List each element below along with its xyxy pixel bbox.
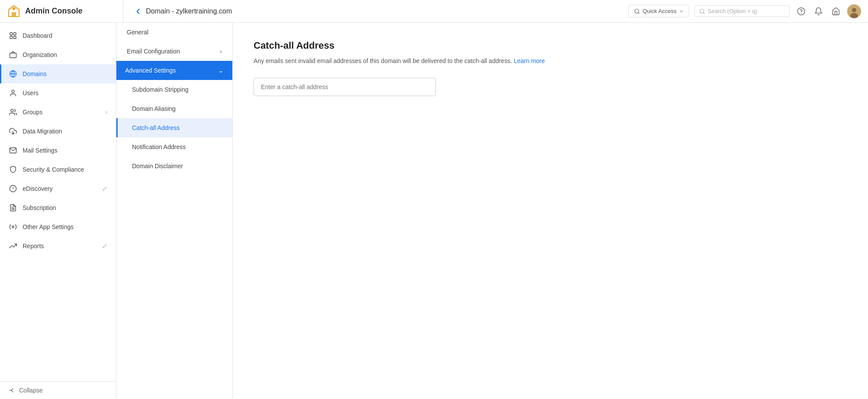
svg-point-19 <box>11 109 13 112</box>
home-icon <box>832 7 840 16</box>
users-icon <box>9 89 17 97</box>
sidebar-item-users[interactable]: Users <box>0 83 116 103</box>
sec-nav-notification-address[interactable]: Notification Address <box>116 137 232 156</box>
sidebar-nav: Dashboard Organization <box>0 23 116 381</box>
sidebar-label-domains: Domains <box>23 70 107 77</box>
search-icon <box>634 8 640 14</box>
catch-all-input[interactable] <box>254 78 436 96</box>
sec-nav-domain-aliasing-label: Domain Aliasing <box>132 105 175 112</box>
organization-icon <box>9 50 17 59</box>
help-icon <box>797 7 805 16</box>
advanced-settings-arrow-icon: ⌄ <box>218 67 224 74</box>
back-button[interactable] <box>134 7 142 16</box>
data-migration-icon <box>9 127 17 136</box>
sidebar-label-reports: Reports <box>23 243 97 249</box>
subscription-icon <box>9 203 17 212</box>
page-description: Any emails sent invalid email addresses … <box>254 57 847 66</box>
svg-point-1 <box>13 7 15 10</box>
search-placeholder: Search (Option + q) <box>708 8 757 14</box>
svg-point-6 <box>798 7 805 15</box>
top-header: Admin Console Domain - zylkertraining.co… <box>0 0 868 23</box>
search-box[interactable]: Search (Option + q) <box>694 5 790 17</box>
dashboard-icon <box>9 31 17 40</box>
logo-area: Admin Console <box>7 0 123 22</box>
sec-nav-general-label: General <box>127 29 149 36</box>
sec-nav-advanced-settings-label: Advanced Settings <box>125 67 176 74</box>
notifications-button[interactable] <box>812 5 825 17</box>
sec-nav-domain-disclaimer-label: Domain Disclaimer <box>132 163 183 170</box>
sec-nav-catch-all[interactable]: Catch-all Address <box>116 118 232 137</box>
search-icon <box>699 8 705 14</box>
sec-nav-domain-disclaimer[interactable]: Domain Disclaimer <box>116 156 232 176</box>
sidebar-label-users: Users <box>23 90 107 96</box>
sidebar-item-organization[interactable]: Organization <box>0 45 116 64</box>
breadcrumb-text: Domain - zylkertraining.com <box>146 7 232 15</box>
sidebar-label-data-migration: Data Migration <box>23 128 107 135</box>
sidebar-collapse-btn[interactable]: Collapse <box>0 381 116 399</box>
main-content: Catch-all Address Any emails sent invali… <box>233 23 868 399</box>
learn-more-link[interactable]: Learn more <box>514 57 545 64</box>
svg-rect-13 <box>14 37 16 39</box>
help-button[interactable] <box>795 5 807 17</box>
groups-arrow-icon: › <box>106 109 107 115</box>
sidebar-label-mail-settings: Mail Settings <box>23 147 107 154</box>
sec-nav-subdomain-label: Subdomain Stripping <box>132 86 188 93</box>
sidebar-item-other-app-settings[interactable]: Other App Settings <box>0 217 116 236</box>
sec-nav-email-config-label: Email Configuration <box>127 48 180 55</box>
reports-ext-icon: ⤢ <box>102 243 107 249</box>
sidebar-label-other-app-settings: Other App Settings <box>23 223 107 230</box>
sidebar-item-groups[interactable]: Groups › <box>0 103 116 122</box>
svg-rect-0 <box>12 12 16 17</box>
collapse-label: Collapse <box>19 387 43 394</box>
svg-point-26 <box>12 226 14 228</box>
app-logo-icon <box>7 4 21 18</box>
secondary-sidebar: General Email Configuration › Advanced S… <box>116 23 233 399</box>
sidebar-item-ediscovery[interactable]: eDiscovery ⤢ <box>0 179 116 198</box>
breadcrumb-area: Domain - zylkertraining.com <box>129 7 623 16</box>
sec-nav-general[interactable]: General <box>116 23 232 42</box>
bell-icon <box>814 7 823 16</box>
sidebar-item-reports[interactable]: Reports ⤢ <box>0 236 116 256</box>
sidebar-label-groups: Groups <box>23 109 100 116</box>
sidebar-item-dashboard[interactable]: Dashboard <box>0 26 116 45</box>
sidebar-label-subscription: Subscription <box>23 204 107 211</box>
security-icon <box>9 165 17 174</box>
sec-nav-subdomain-stripping[interactable]: Subdomain Stripping <box>116 80 232 99</box>
domains-icon <box>9 70 17 78</box>
sidebar-item-subscription[interactable]: Subscription <box>0 198 116 217</box>
header-right: Quick Access Search (Option + q) <box>628 4 861 18</box>
quick-access-button[interactable]: Quick Access <box>628 5 689 17</box>
home-button[interactable] <box>830 5 842 17</box>
email-config-arrow-icon: › <box>220 48 222 55</box>
left-sidebar: Dashboard Organization <box>0 23 116 399</box>
sec-nav-catch-all-label: Catch-all Address <box>132 124 180 131</box>
quick-access-label: Quick Access <box>643 8 677 14</box>
groups-icon <box>9 108 17 116</box>
svg-rect-11 <box>10 33 12 35</box>
sidebar-label-dashboard: Dashboard <box>23 32 107 39</box>
sec-nav-email-config[interactable]: Email Configuration › <box>116 42 232 61</box>
sec-nav-advanced-settings[interactable]: Advanced Settings ⌄ <box>116 61 232 80</box>
sidebar-label-ediscovery: eDiscovery <box>23 185 97 192</box>
avatar[interactable] <box>847 4 861 18</box>
svg-point-18 <box>12 90 14 93</box>
sidebar-item-mail-settings[interactable]: Mail Settings <box>0 141 116 160</box>
main-layout: Dashboard Organization <box>0 23 868 399</box>
sidebar-item-domains[interactable]: Domains <box>0 64 116 83</box>
svg-point-10 <box>850 13 858 18</box>
svg-line-5 <box>703 12 705 13</box>
sec-nav-domain-aliasing[interactable]: Domain Aliasing <box>116 99 232 118</box>
reports-icon <box>9 242 17 250</box>
svg-rect-14 <box>10 37 12 39</box>
svg-rect-15 <box>10 53 17 58</box>
sidebar-item-security-compliance[interactable]: Security & Compliance <box>0 160 116 179</box>
ediscovery-ext-icon: ⤢ <box>102 185 107 192</box>
chevron-down-icon <box>679 9 683 13</box>
ediscovery-icon <box>9 184 17 193</box>
app-title: Admin Console <box>25 7 83 16</box>
collapse-icon <box>9 387 16 394</box>
sidebar-label-security-compliance: Security & Compliance <box>23 166 107 173</box>
svg-line-3 <box>638 12 640 13</box>
sidebar-item-data-migration[interactable]: Data Migration <box>0 122 116 141</box>
mail-settings-icon <box>9 146 17 155</box>
